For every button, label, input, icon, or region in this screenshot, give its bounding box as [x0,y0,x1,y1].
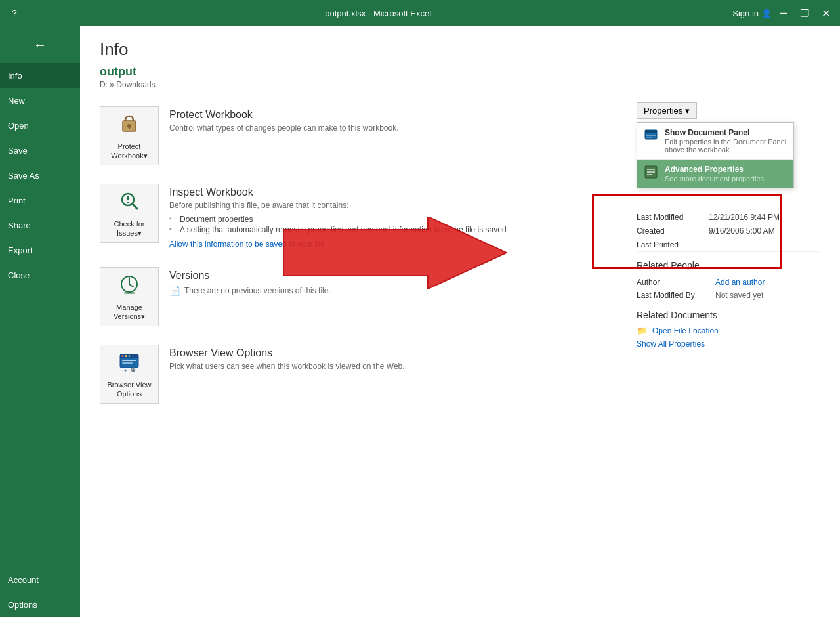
main-content: Info output D: » Downloads Protec [80,26,840,617]
right-panel: Properties ▾ Show Document Panel [637,102,820,418]
inspect-workbook-content: Inspect Workbook Before publishing this … [169,184,623,249]
protect-workbook-button[interactable]: ProtectWorkbook▾ [100,106,159,165]
svg-line-4 [133,204,137,209]
last-modified-by-row: Last Modified By Not saved yet [637,289,820,302]
check-for-issues-icon [117,189,141,217]
related-documents-title: Related Documents [637,310,820,320]
inspect-workbook-title: Inspect Workbook [169,186,623,198]
close-button[interactable]: ✕ [816,4,835,22]
related-people-title: Related People [637,260,820,270]
svg-point-6 [127,202,129,203]
versions-desc: There are no previous versions of this f… [184,286,331,295]
browser-view-content: Browser View Options Pick what users can… [169,345,623,375]
svg-point-13 [122,355,124,357]
check-for-issues-label: Check forIssues▾ [114,220,144,237]
allow-info-link[interactable]: Allow this information to be saved in yo… [169,240,325,249]
svg-rect-24 [646,135,656,136]
file-name: output [100,65,820,79]
titlebar-left: ? [5,4,24,22]
left-panel: ProtectWorkbook▾ Protect Workbook Contro… [100,102,623,418]
svg-point-20 [125,370,127,372]
svg-point-14 [125,355,127,357]
svg-rect-2 [129,126,130,129]
versions-content: Versions 📄 There are no previous version… [169,267,623,296]
manage-versions-label: ManageVersions▾ [114,303,145,320]
info-header: Info output D: » Downloads [80,26,840,96]
sidebar-item-open[interactable]: Open [0,113,80,138]
manage-versions-button[interactable]: ManageVersions▾ [100,267,159,326]
protect-workbook-label: ProtectWorkbook▾ [111,142,147,160]
sidebar-item-new[interactable]: New [0,88,80,113]
protect-workbook-title: Protect Workbook [169,109,623,121]
browser-view-desc: Pick what users can see when this workbo… [169,362,623,371]
versions-section: ManageVersions▾ Versions 📄 There are no … [100,263,623,330]
inspect-bullets: Document properties A setting that autom… [169,214,623,235]
svg-rect-16 [122,360,136,361]
sidebar-item-share[interactable]: Share [0,213,80,238]
manage-versions-icon [117,272,141,301]
back-button[interactable]: ← [27,32,53,58]
add-author-link[interactable]: Add an author [715,278,765,287]
svg-point-21 [133,370,135,372]
sidebar-item-account[interactable]: Account [0,567,80,592]
browser-view-icon [117,350,141,378]
author-row: Author Add an author [637,276,820,289]
sidebar-item-info[interactable]: Info [0,63,80,88]
minimize-button[interactable]: ─ [774,4,793,22]
browser-view-title: Browser View Options [169,347,623,359]
user-icon: 👤 [761,9,772,18]
last-printed-row: Last Printed [637,238,820,252]
sidebar-item-save-as[interactable]: Save As [0,163,80,188]
sign-in-area[interactable]: Sign in 👤 [732,9,772,18]
related-documents-section: Related Documents 📁 Open File Location S… [637,310,820,349]
sidebar-item-options[interactable]: Options [0,592,80,617]
sidebar-item-print[interactable]: Print [0,188,80,213]
sidebar-item-export[interactable]: Export [0,238,80,263]
sidebar: ← Info New Open Save Save As Print Share… [0,26,80,617]
properties-table: Last Modified 12/21/2016 9:44 PM Created… [637,211,820,252]
last-modified-row: Last Modified 12/21/2016 9:44 PM [637,211,820,224]
browser-view-label: Browser ViewOptions [107,381,151,398]
inspect-workbook-section: Check forIssues▾ Inspect Workbook Before… [100,180,623,253]
inspect-workbook-desc: Before publishing this file, be aware th… [169,201,623,210]
svg-point-15 [129,355,131,357]
related-people-section: Related People Author Add an author Last… [637,260,820,302]
svg-rect-23 [645,130,657,133]
properties-dropdown: Show Document Panel Edit properties in t… [637,122,794,188]
protect-workbook-section: ProtectWorkbook▾ Protect Workbook Contro… [100,102,623,169]
help-button[interactable]: ? [5,4,24,22]
folder-icon: 📁 [637,326,647,335]
svg-line-9 [129,284,133,287]
advanced-properties-icon [644,165,660,181]
protect-workbook-desc: Control what types of changes people can… [169,123,623,133]
protect-workbook-content: Protect Workbook Control what types of c… [169,106,623,137]
sidebar-item-close[interactable]: Close [0,263,80,287]
advanced-properties-text: Advanced Properties See more document pr… [665,165,764,182]
advanced-properties-item[interactable]: Advanced Properties See more document pr… [637,160,793,188]
show-document-panel-text: Show Document Panel Edit properties in t… [665,128,787,154]
created-row: Created 9/16/2006 5:00 AM [637,224,820,238]
content-area: ProtectWorkbook▾ Protect Workbook Contro… [80,96,840,425]
show-all-properties-link[interactable]: Show All Properties [637,339,820,349]
properties-button[interactable]: Properties ▾ [637,102,697,119]
bullet-2: A setting that automatically removes pro… [169,224,623,235]
protect-workbook-icon [117,112,141,140]
browser-view-section: Browser ViewOptions Browser View Options… [100,341,623,408]
svg-rect-25 [646,137,652,138]
titlebar: ? output.xlsx - Microsoft Excel Sign in … [0,0,840,26]
browser-view-button[interactable]: Browser ViewOptions [100,345,159,404]
file-path: D: » Downloads [100,80,820,89]
titlebar-controls: Sign in 👤 ─ ❐ ✕ [732,4,835,22]
sign-in-label[interactable]: Sign in [732,9,759,18]
show-document-panel-item[interactable]: Show Document Panel Edit properties in t… [637,123,793,160]
restore-button[interactable]: ❐ [795,4,814,22]
sidebar-item-save[interactable]: Save [0,138,80,163]
check-for-issues-button[interactable]: Check forIssues▾ [100,184,159,243]
show-document-panel-icon [644,128,660,144]
versions-title: Versions [169,270,623,282]
bullet-1: Document properties [169,214,623,224]
page-title: Info [100,39,820,60]
titlebar-title: output.xlsx - Microsoft Excel [24,9,732,18]
svg-rect-10 [124,292,135,294]
open-file-location-link[interactable]: Open File Location [652,326,719,335]
